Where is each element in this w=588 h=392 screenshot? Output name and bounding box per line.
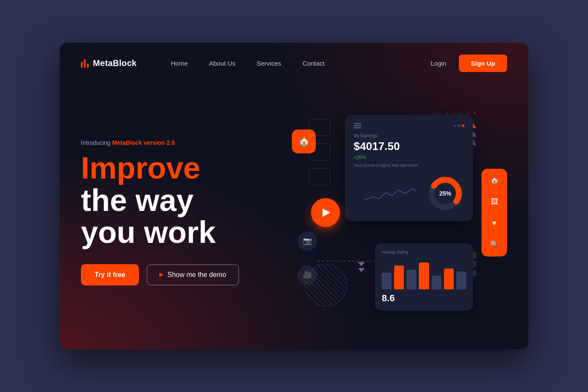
nav-links: Home About Us Services Contact [171,60,431,67]
logo-wave-3 [87,63,89,68]
g5 [474,112,475,114]
g10 [474,119,475,121]
selector-boxes [309,119,330,185]
selector-box-1 [309,119,330,136]
demo-label: Show me the demo [167,271,226,279]
headline-line2: the way [81,184,268,217]
bar-chart-card: Average Rating 8.6 [375,243,473,311]
dot-1 [453,124,456,127]
g30 [474,147,475,148]
headline-line3: you work [81,216,268,249]
nav-actions: Login Sign Up [431,55,507,72]
bar-7 [456,271,466,289]
menu-bar-2 [354,125,361,126]
sidebar-heart-icon[interactable]: ♥ [487,216,502,231]
card-bottom: 25% [354,174,464,213]
browser-frame: MetaBlock Home About Us Services Contact… [60,43,528,349]
login-button[interactable]: Login [431,60,447,67]
g2 [453,112,455,114]
card-dots [453,124,464,127]
menu-bar-3 [354,127,361,128]
earnings-amount: $4017.50 [354,140,464,153]
camera-icon: 📷 [297,231,317,251]
play-button[interactable] [311,198,340,227]
sidebar-search-icon[interactable]: 🔍 [487,237,502,252]
bar-4 [419,262,429,289]
nav-services[interactable]: Services [257,60,281,67]
page-content: MetaBlock Home About Us Services Contact… [60,43,528,349]
earnings-change: +25% [354,155,464,160]
card-menu-icon [354,123,361,128]
dot-orange [462,124,464,127]
menu-bar-1 [354,123,361,124]
play-icon [159,273,163,277]
intro-brand: MetaBlock version 2.0 [112,139,175,146]
earnings-card: My Earnings $4017.50 +25% Total income i… [345,115,473,221]
hero-buttons: Try it free Show me the demo [81,264,268,285]
selector-box-3 [309,168,330,185]
intro-text: Introducing MetaBlock version 2.0 [81,139,268,146]
bar-1 [382,273,392,289]
headline-line1: Improve [81,152,268,184]
hero-right: 🏠 📷 🎥 [268,106,507,319]
avg-label: Average Rating [382,250,408,254]
wave-chart [354,185,426,202]
nav-about[interactable]: About Us [209,60,236,67]
logo-text: MetaBlock [93,58,137,68]
logo: MetaBlock [81,58,137,68]
g1 [447,112,448,114]
bar-card-header: Average Rating [382,250,466,254]
bar-chart-area [382,259,466,289]
bar-value: 8.6 [382,293,395,303]
earnings-label: My Earnings [354,133,464,138]
navbar: MetaBlock Home About Us Services Contact… [60,43,528,84]
play-triangle-icon [323,208,330,217]
g4 [467,112,468,114]
nav-home[interactable]: Home [171,60,188,67]
bar-6 [444,268,454,289]
card-header [354,123,464,128]
hero-left: Introducing MetaBlock version 2.0 Improv… [81,139,268,285]
bar-3 [406,270,416,289]
earnings-sub: Total income is higher than last month [354,163,464,167]
bar-2 [394,265,404,289]
sidebar-image-icon[interactable]: 🖼 [487,194,502,210]
right-sidebar: 🏠 🖼 ♥ 🔍 [481,169,507,257]
bar-5 [432,276,441,289]
down-arrows [358,262,365,272]
hero-section: Introducing MetaBlock version 2.0 Improv… [60,84,528,349]
try-free-button[interactable]: Try it free [81,264,139,285]
donut-label: 25% [439,190,451,197]
donut-chart: 25% [426,174,464,213]
nav-contact[interactable]: Contact [303,60,325,67]
logo-wave-2 [84,59,86,68]
signup-button[interactable]: Sign Up [459,55,507,72]
arrow-down-2 [358,268,365,272]
hatch-circle [305,264,347,306]
arrow-down-1 [358,262,365,266]
selector-box-2 [309,144,330,161]
g3 [460,112,461,114]
logo-icon [81,59,89,68]
logo-wave-1 [81,62,83,68]
demo-button[interactable]: Show me the demo [147,264,239,285]
dot-2 [458,124,460,127]
sidebar-home-icon[interactable]: 🏠 [487,173,502,188]
hero-headline: Improve the way you work [81,152,268,249]
